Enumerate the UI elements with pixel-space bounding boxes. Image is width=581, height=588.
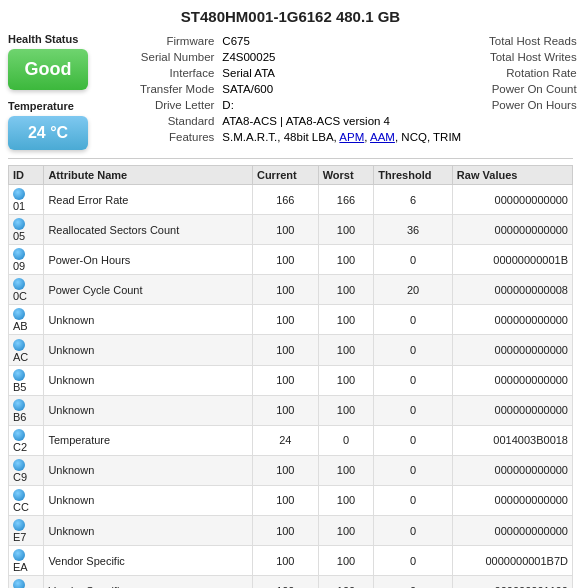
info-row-value: SATA/600 <box>218 81 465 97</box>
smart-col-header: Raw Values <box>452 166 572 185</box>
smart-row-icon <box>13 429 25 441</box>
left-panel: Health Status Good Temperature 24 °C <box>8 33 128 150</box>
smart-row-current: 100 <box>252 516 318 546</box>
smart-row-worst: 100 <box>318 485 374 515</box>
right-row-label: Power On Count <box>473 81 579 97</box>
smart-row-threshold: 0 <box>374 455 453 485</box>
smart-row-icon <box>13 369 25 381</box>
smart-row-current: 100 <box>252 485 318 515</box>
smart-row-name: Unknown <box>44 335 253 365</box>
smart-row-name: Vendor Specific <box>44 546 253 576</box>
smart-row-icon <box>13 549 25 561</box>
apm-link[interactable]: APM <box>339 131 364 143</box>
info-row: Transfer ModeSATA/600 <box>136 81 465 97</box>
smart-row-raw: 0000000001B7D <box>452 546 572 576</box>
info-row-label: Firmware <box>136 33 218 49</box>
smart-row-name: Read Error Rate <box>44 185 253 215</box>
smart-row-id: B6 <box>9 395 44 425</box>
page-title: ST480HM001-1G6162 480.1 GB <box>8 8 573 25</box>
smart-row-id: AB <box>9 305 44 335</box>
smart-row-id: 09 <box>9 245 44 275</box>
smart-row: 0CPower Cycle Count10010020000000000008 <box>9 275 573 305</box>
divider <box>8 158 573 159</box>
smart-row-raw: 000000000000 <box>452 455 572 485</box>
smart-row-icon <box>13 278 25 290</box>
smart-row-icon <box>13 579 25 588</box>
smart-row-worst: 100 <box>318 455 374 485</box>
smart-row-current: 100 <box>252 305 318 335</box>
right-table: Total Host Reads0 GBTotal Host Writes0 G… <box>473 33 581 113</box>
smart-row-threshold: 0 <box>374 425 453 455</box>
smart-row-worst: 100 <box>318 365 374 395</box>
info-table: FirmwareC675Serial NumberZ4S00025Interfa… <box>136 33 465 145</box>
health-badge: Good <box>8 49 88 90</box>
smart-row-threshold: 0 <box>374 335 453 365</box>
smart-row: EAVendor Specific10010000000000001B7D <box>9 546 573 576</box>
right-row: Total Host Writes0 GB <box>473 49 581 65</box>
smart-row-raw: 000000000008 <box>452 275 572 305</box>
smart-row-icon <box>13 519 25 531</box>
smart-row: 05Reallocated Sectors Count1001003600000… <box>9 215 573 245</box>
smart-row-raw: 0014003B0018 <box>452 425 572 455</box>
right-row-label: Total Host Reads <box>473 33 579 49</box>
smart-row: CCUnknown1001000000000000000 <box>9 485 573 515</box>
smart-row-current: 100 <box>252 275 318 305</box>
smart-col-header: Threshold <box>374 166 453 185</box>
smart-row-raw: 000000000000 <box>452 516 572 546</box>
smart-row-raw: 000000000000 <box>452 305 572 335</box>
info-row: Drive LetterD: <box>136 97 465 113</box>
smart-row-threshold: 36 <box>374 215 453 245</box>
info-row: FirmwareC675 <box>136 33 465 49</box>
smart-row-raw: 000000000000 <box>452 185 572 215</box>
smart-row-current: 100 <box>252 215 318 245</box>
smart-row-id: 01 <box>9 185 44 215</box>
smart-row-worst: 0 <box>318 425 374 455</box>
smart-row-id: AC <box>9 335 44 365</box>
smart-row: ACUnknown1001000000000000000 <box>9 335 573 365</box>
smart-row-threshold: 20 <box>374 275 453 305</box>
smart-row: B5Unknown1001000000000000000 <box>9 365 573 395</box>
smart-row-worst: 166 <box>318 185 374 215</box>
smart-row-current: 100 <box>252 455 318 485</box>
info-row: FeaturesS.M.A.R.T., 48bit LBA, APM, AAM,… <box>136 129 465 145</box>
smart-row-icon <box>13 489 25 501</box>
smart-row-id: 05 <box>9 215 44 245</box>
smart-row-worst: 100 <box>318 335 374 365</box>
smart-row-name: Unknown <box>44 395 253 425</box>
right-panel: Total Host Reads0 GBTotal Host Writes0 G… <box>473 33 581 150</box>
smart-row-worst: 100 <box>318 546 374 576</box>
smart-table-header: IDAttribute NameCurrentWorstThresholdRaw… <box>9 166 573 185</box>
smart-row-worst: 100 <box>318 395 374 425</box>
smart-row-id: F1 <box>9 576 44 588</box>
smart-row-threshold: 0 <box>374 395 453 425</box>
smart-row-icon <box>13 399 25 411</box>
smart-row-id: EA <box>9 546 44 576</box>
info-row-label: Features <box>136 129 218 145</box>
smart-row-current: 100 <box>252 395 318 425</box>
smart-row-threshold: 0 <box>374 546 453 576</box>
info-row-label: Interface <box>136 65 218 81</box>
smart-row-id: CC <box>9 485 44 515</box>
info-row-value: D: <box>218 97 465 113</box>
smart-row-raw: 000000000000 <box>452 395 572 425</box>
smart-row: B6Unknown1001000000000000000 <box>9 395 573 425</box>
right-row: Power On Count8 count <box>473 81 581 97</box>
smart-row-raw: 00000000001B <box>452 245 572 275</box>
smart-row-icon <box>13 339 25 351</box>
aam-link[interactable]: AAM <box>370 131 395 143</box>
smart-row-icon <box>13 459 25 471</box>
smart-row-worst: 100 <box>318 305 374 335</box>
info-row-label: Serial Number <box>136 49 218 65</box>
smart-row-name: Unknown <box>44 516 253 546</box>
info-row-value: S.M.A.R.T., 48bit LBA, APM, AAM, NCQ, TR… <box>218 129 465 145</box>
smart-table: IDAttribute NameCurrentWorstThresholdRaw… <box>8 165 573 588</box>
smart-col-header: ID <box>9 166 44 185</box>
smart-col-header: Attribute Name <box>44 166 253 185</box>
right-row: Total Host Reads0 GB <box>473 33 581 49</box>
smart-row: 09Power-On Hours100100000000000001B <box>9 245 573 275</box>
smart-row-threshold: 0 <box>374 305 453 335</box>
smart-row-current: 100 <box>252 365 318 395</box>
smart-col-header: Worst <box>318 166 374 185</box>
smart-row-icon <box>13 188 25 200</box>
smart-row-name: Power Cycle Count <box>44 275 253 305</box>
